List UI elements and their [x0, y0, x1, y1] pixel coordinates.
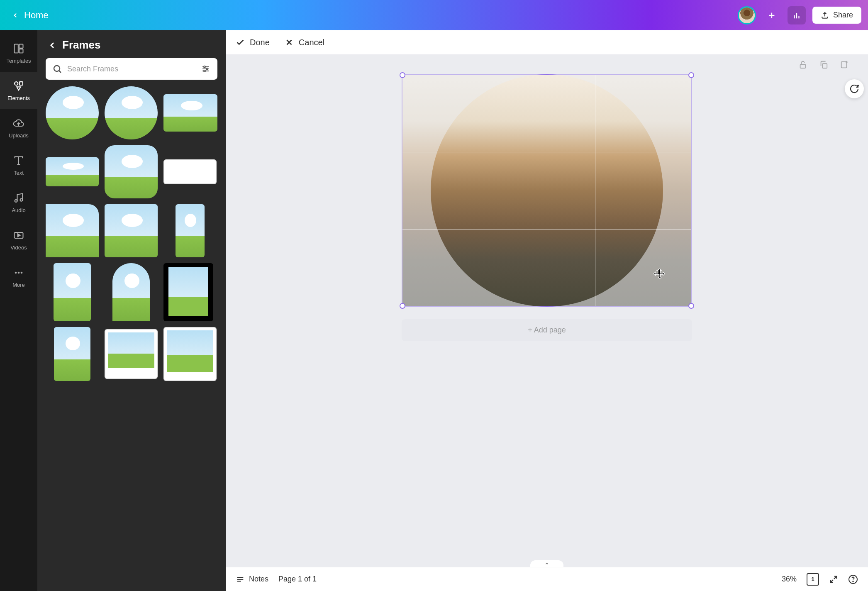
frame-polaroid-tall[interactable] — [163, 327, 217, 381]
svg-rect-31 — [800, 64, 806, 68]
new-page-button[interactable] — [837, 58, 851, 72]
share-label: Share — [833, 11, 853, 20]
home-back-button[interactable]: Home — [7, 7, 54, 24]
svg-point-20 — [21, 271, 23, 274]
frame-torn-narrow[interactable] — [176, 204, 205, 257]
add-page-icon — [840, 60, 849, 69]
filter-icon[interactable] — [201, 64, 211, 74]
expand-pages-tab[interactable] — [530, 560, 563, 567]
add-page-button[interactable]: + Add page — [402, 319, 692, 341]
frame-scallop[interactable] — [105, 86, 158, 139]
grid-line — [595, 75, 595, 306]
page-grid-button[interactable]: 1 — [807, 573, 819, 586]
svg-point-24 — [204, 66, 205, 68]
add-page-label: + Add page — [528, 326, 566, 334]
resize-handle-bottom-left[interactable] — [400, 303, 405, 309]
crop-toolbar: Done Cancel — [226, 30, 868, 54]
left-rail: Templates Elements Uploads Text Audio Vi… — [0, 30, 37, 591]
resize-handle-top-right[interactable] — [688, 72, 694, 78]
add-button[interactable] — [763, 6, 781, 24]
rail-item-label: Uploads — [9, 132, 29, 139]
svg-point-28 — [204, 70, 205, 72]
rail-templates[interactable]: Templates — [0, 34, 37, 72]
svg-point-44 — [853, 581, 853, 582]
elements-icon — [13, 80, 24, 92]
regenerate-button[interactable] — [845, 79, 864, 98]
circle-frame-mask — [431, 74, 663, 307]
frame-rounded-square[interactable] — [105, 145, 158, 198]
rail-videos[interactable]: Videos — [0, 221, 37, 259]
done-button[interactable]: Done — [236, 38, 270, 47]
svg-point-19 — [18, 271, 20, 274]
svg-marker-17 — [18, 234, 20, 237]
rail-item-label: More — [12, 282, 25, 288]
page-indicator[interactable]: Page 1 of 1 — [278, 575, 317, 584]
cancel-label: Cancel — [299, 38, 324, 47]
frame-rounded-corner[interactable] — [46, 204, 99, 257]
unlock-icon — [798, 60, 807, 69]
page-count: 1 — [811, 576, 814, 582]
search-icon — [52, 64, 62, 74]
svg-point-9 — [15, 82, 18, 85]
rail-more[interactable]: More — [0, 259, 37, 296]
rail-elements[interactable]: Elements — [0, 72, 37, 109]
expand-icon — [829, 575, 838, 584]
grid-line — [499, 75, 499, 306]
lock-button[interactable] — [796, 58, 810, 72]
frame-circle[interactable] — [46, 86, 99, 139]
notes-label: Notes — [249, 575, 268, 584]
grid-line — [402, 229, 691, 230]
share-button[interactable]: Share — [812, 7, 861, 24]
frame-rect-small[interactable] — [46, 157, 99, 186]
rail-audio[interactable]: Audio — [0, 184, 37, 221]
panel-header: Frames — [37, 30, 226, 58]
move-cursor-icon — [653, 268, 666, 281]
frame-arch[interactable] — [112, 263, 150, 321]
frame-polaroid-square[interactable] — [105, 329, 158, 379]
help-button[interactable] — [848, 574, 858, 584]
cloud-upload-icon — [13, 117, 24, 129]
search-wrap — [37, 58, 226, 86]
svg-rect-10 — [20, 82, 23, 85]
rail-uploads[interactable]: Uploads — [0, 109, 37, 147]
svg-rect-7 — [19, 44, 23, 48]
zoom-level[interactable]: 36% — [782, 575, 797, 584]
resize-handle-top-left[interactable] — [400, 72, 405, 78]
help-icon — [848, 574, 858, 584]
frame-trapezoid[interactable] — [163, 94, 217, 132]
svg-rect-6 — [15, 44, 18, 53]
frame-torn-tall[interactable] — [54, 263, 91, 321]
svg-point-21 — [54, 66, 60, 71]
search-input[interactable] — [67, 65, 196, 73]
notes-button[interactable]: Notes — [236, 575, 268, 584]
resize-handle-bottom-right[interactable] — [688, 303, 694, 309]
music-icon — [13, 192, 24, 204]
chevron-up-icon — [544, 562, 550, 566]
image-selection[interactable] — [402, 74, 692, 307]
home-label: Home — [24, 10, 49, 21]
fullscreen-button[interactable] — [829, 575, 838, 584]
cancel-button[interactable]: Cancel — [285, 38, 324, 47]
search-box — [46, 58, 217, 80]
frame-torn-paper[interactable] — [105, 204, 158, 257]
video-icon — [13, 230, 24, 241]
svg-rect-33 — [841, 62, 847, 68]
check-icon — [236, 38, 245, 47]
rail-text[interactable]: Text — [0, 147, 37, 184]
notes-icon — [236, 575, 245, 584]
chevron-left-icon[interactable] — [47, 40, 57, 50]
rail-item-label: Videos — [10, 244, 27, 251]
canvas-page[interactable] — [402, 74, 692, 307]
panel-title: Frames — [62, 39, 101, 51]
rail-item-label: Text — [14, 170, 24, 176]
user-avatar[interactable] — [738, 6, 756, 24]
close-icon — [285, 38, 294, 47]
frame-portrait[interactable] — [54, 327, 90, 381]
frame-film-strip[interactable] — [163, 263, 213, 321]
svg-point-14 — [15, 200, 17, 202]
refresh-plus-icon — [849, 84, 859, 94]
page-actions — [796, 58, 851, 72]
analytics-button[interactable] — [788, 6, 806, 24]
frame-film-double[interactable] — [163, 159, 217, 184]
duplicate-button[interactable] — [817, 58, 831, 72]
